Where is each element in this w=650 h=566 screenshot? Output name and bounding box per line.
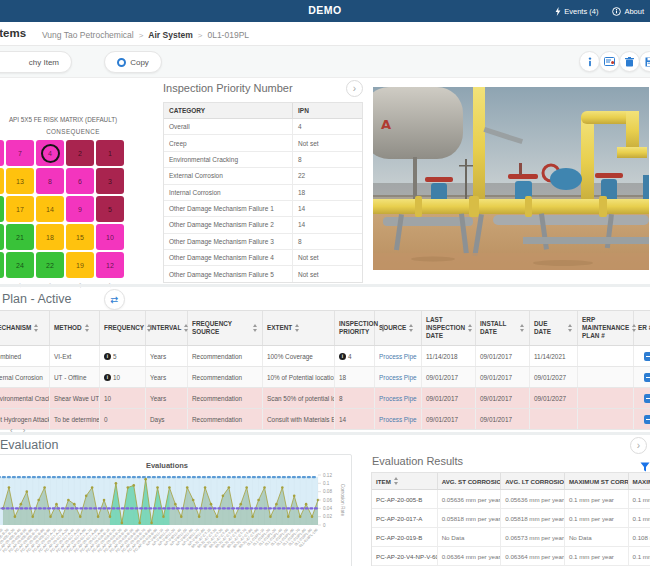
events-button[interactable]: Events (4) — [555, 7, 598, 16]
plan-priority-value: 8 — [339, 395, 343, 402]
risk-matrix-cell[interactable]: 20 — [0, 196, 4, 222]
plan-header-erp-maintenance-plan-[interactable]: ERP MAINTENANCE PLAN # — [578, 311, 634, 345]
chevron-right-icon: › — [637, 441, 640, 451]
plan-cell-icon — [634, 346, 650, 366]
plan-cell-source[interactable]: Process Pipe — [375, 388, 422, 408]
risk-matrix-cell[interactable]: 21 — [6, 224, 34, 250]
risk-matrix-cell[interactable]: 11 — [0, 140, 4, 166]
sort-icon — [295, 324, 300, 332]
results-cell: 0.1 mm per year — [629, 547, 650, 565]
results-expand-button[interactable]: › — [630, 437, 647, 454]
corrosion-point — [73, 503, 76, 506]
corrosion-point — [162, 515, 165, 518]
ipn-value-cell: 8 — [292, 234, 362, 249]
plan-header-last-inspection-date[interactable]: LAST INSPECTION DATE — [422, 311, 476, 345]
risk-matrix-cell[interactable]: 2 — [66, 140, 94, 166]
risk-matrix-cell[interactable]: 23 — [0, 224, 4, 250]
plan-header-frequency-source[interactable]: FREQUENCY SOURCE — [188, 311, 263, 345]
results-header-0[interactable]: ITEM — [372, 473, 438, 489]
plan-cell-frequency: i10 — [100, 367, 146, 387]
plan-header-due-date[interactable]: DUE DATE — [530, 311, 578, 345]
risk-matrix-cell[interactable]: 4 — [36, 140, 64, 166]
risk-matrix-cell[interactable]: 17 — [6, 196, 34, 222]
plan-cell-icon — [634, 388, 650, 408]
results-cell: 0.05636 mm per year — [501, 490, 565, 508]
plan-header-label: METHOD — [54, 324, 82, 332]
about-button[interactable]: About — [612, 7, 644, 16]
plan-header-extent[interactable]: EXTENT — [263, 311, 335, 345]
plan-table: MECHANISMMETHODFREQUENCYINTERVALFREQUENC… — [0, 310, 650, 430]
risk-matrix-cell[interactable]: 3 — [96, 168, 124, 194]
risk-matrix-cell[interactable]: 1 — [96, 140, 124, 166]
plan-header-inspection-priority[interactable]: INSPECTION PRIORITY — [335, 311, 375, 345]
plan-header-install-date[interactable]: INSTALL DATE — [476, 311, 530, 345]
plan-frequency-value: 0 — [104, 416, 108, 423]
erp-plan-icon[interactable] — [644, 415, 650, 424]
breadcrumb-item[interactable]: 0L1-019PL — [207, 30, 249, 40]
risk-matrix-cell[interactable]: 10 — [96, 224, 124, 250]
plan-cell-extent: 10% of Potential locatio... — [263, 367, 335, 387]
risk-matrix-cell[interactable]: 7 — [6, 140, 34, 166]
breadcrumb-item[interactable]: Air System — [148, 30, 192, 40]
plan-cell-last_inspection: 11/14/2018 — [422, 346, 476, 366]
results-header-4[interactable]: MAXIMUM — [629, 473, 650, 489]
risk-matrix-cell[interactable]: 13 — [6, 168, 34, 194]
erp-plan-icon[interactable] — [644, 352, 650, 361]
ipn-value-cell: Not set — [292, 135, 362, 150]
copy-button[interactable]: Copy — [104, 51, 162, 73]
ipn-table-row: CreepNot set — [164, 135, 362, 151]
risk-matrix-cell[interactable]: 25 — [0, 252, 4, 278]
results-cell: 0.1 mm per year — [565, 509, 629, 527]
risk-matrix-cell[interactable]: 16 — [0, 168, 4, 194]
plan-cell-method: Shear Wave UT — [50, 388, 100, 408]
plan-header-method[interactable]: METHOD — [50, 311, 100, 345]
corrosion-point — [132, 484, 135, 487]
results-header-1[interactable]: AVG. ST CORROSION... — [438, 473, 502, 489]
info-button[interactable] — [579, 51, 600, 72]
ipn-expand-button[interactable]: › — [346, 80, 363, 97]
ipn-header-ipn[interactable]: IPN — [292, 103, 362, 118]
risk-matrix-cell[interactable]: 6 — [66, 168, 94, 194]
plan-header-interval[interactable]: INTERVAL — [146, 311, 188, 345]
delete-button[interactable] — [619, 51, 640, 72]
results-table-row: PC-AP-20-V4-NP-V-60110.06364 mm per year… — [372, 547, 650, 566]
risk-matrix-cell[interactable]: 14 — [36, 196, 64, 222]
erp-plan-icon[interactable] — [644, 373, 650, 382]
risk-matrix-cell[interactable]: 18 — [36, 224, 64, 250]
plan-header-frequency[interactable]: FREQUENCY — [100, 311, 146, 345]
plan-table-header-row: MECHANISMMETHODFREQUENCYINTERVALFREQUENC… — [0, 311, 650, 346]
risk-matrix-cell[interactable]: 8 — [36, 168, 64, 194]
save-button[interactable] — [639, 51, 650, 72]
y-tick-label: 0.06 — [323, 498, 332, 503]
results-header-2[interactable]: AVG. LT CORROSION... — [501, 473, 565, 489]
plan-cell-method: UT - Offline — [50, 367, 100, 387]
sort-icon — [394, 477, 399, 485]
plan-cell-source[interactable]: Process Pipe — [375, 346, 422, 366]
hierarchy-item-button[interactable]: chy Item — [0, 51, 72, 73]
plan-cell-source[interactable]: Process Pipe — [375, 409, 422, 429]
results-table-row: PC-AP-20-017-A0.05818 mm per year0.05818… — [372, 509, 650, 528]
ipn-table-row: Other Damage Mechanism Failure 38 — [164, 234, 362, 250]
ipn-header-category[interactable]: CATEGORY — [164, 103, 292, 118]
ipn-category-cell: External Corrosion — [164, 168, 292, 183]
risk-matrix-cell[interactable]: 9 — [66, 196, 94, 222]
plan-table-row: CombinedVI-Exti5YearsRecommendation100% … — [0, 346, 650, 367]
risk-matrix-cell[interactable]: 15 — [66, 224, 94, 250]
reference-documents-button[interactable] — [599, 51, 620, 72]
plan-frequency-value: 5 — [113, 353, 117, 360]
info-circle-icon — [612, 7, 621, 16]
plan-cell-last_inspection: 09/01/2017 — [422, 388, 476, 408]
results-header-3[interactable]: MAXIMUM ST CORR... — [565, 473, 629, 489]
corrosion-point — [174, 503, 177, 506]
risk-matrix-cell[interactable]: 5 — [96, 196, 124, 222]
app-title: DEMO — [0, 4, 650, 16]
plan-cell-icon — [634, 409, 650, 429]
erp-plan-icon[interactable] — [644, 394, 650, 403]
corrosion-point — [67, 499, 70, 502]
plan-toggle-button[interactable]: ⇄ — [104, 289, 125, 310]
results-table-header-row: ITEMAVG. ST CORROSION...AVG. LT CORROSIO… — [372, 473, 650, 490]
plan-cell-source[interactable]: Process Pipe — [375, 367, 422, 387]
plan-cell-last_inspection: 09/01/2017 — [422, 367, 476, 387]
plan-header-mechanism[interactable]: MECHANISM — [0, 311, 50, 345]
breadcrumb-item[interactable]: Vung Tao Petrochemical — [42, 30, 134, 40]
